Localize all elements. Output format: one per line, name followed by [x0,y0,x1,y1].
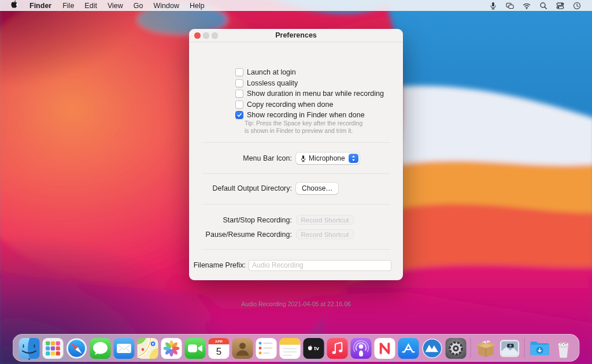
filename-example-text: Audio Recording 2021-04-05 at 22.16.06 [189,300,403,307]
svg-text:5: 5 [216,346,221,357]
shortcut-label: Start/Stop Recording: [189,216,292,224]
checkbox-row-1: Lossless quality [235,78,398,89]
menu-bar-left: FinderFileEditViewGoWindowHelp [0,0,210,11]
dock-icon-podcasts[interactable] [350,335,372,361]
dock-icon-music[interactable] [326,335,348,361]
svg-text:tv: tv [314,345,319,351]
zoom-button[interactable] [212,32,218,39]
checkbox-row-2: Show duration in menu bar while recordin… [235,88,398,99]
menu-bar-icon-row: Menu Bar Icon: Microphone [189,153,403,164]
microphone-icon[interactable] [489,1,498,10]
dock-icon-app-store[interactable] [397,335,419,361]
dock-icon-launchpad[interactable] [42,335,64,361]
dock-icon-mail[interactable] [113,335,135,361]
tip-text: Tip: Press the Space key after the recor… [245,120,362,135]
separator [202,173,390,174]
shortcut-label: Pause/Resume Recording: [189,231,292,239]
checkbox[interactable] [235,68,243,76]
checkbox-row-4: Show recording in Finder when done [235,110,398,121]
clock-icon[interactable] [572,1,582,10]
checkbox-label: Launch at login [247,68,296,76]
filename-prefix-input[interactable] [249,260,391,271]
shortcut-row-1: Pause/Resume Recording:Record Shortcut [189,229,403,239]
dock-icon-disk-image[interactable] [498,335,520,361]
output-directory-row: Default Output Directory: Choose… [189,183,403,194]
checkbox[interactable] [235,90,243,98]
filename-prefix-label: Filename Prefix: [189,261,246,269]
menu-bar-icon-label: Menu Bar Icon: [189,154,292,162]
filename-prefix-row: Filename Prefix: [189,259,403,271]
separator [202,249,390,250]
choose-directory-button[interactable]: Choose… [296,183,338,194]
output-directory-label: Default Output Directory: [189,184,292,192]
menu-item-finder[interactable]: Finder [24,0,57,11]
dock-icon-calendar[interactable]: APR5 [208,335,230,361]
dock-icon-photos[interactable] [160,335,182,361]
menu-item-help[interactable]: Help [184,0,210,11]
dock-icon-reminders[interactable] [255,335,277,361]
dock-icon-finder[interactable] [18,335,40,361]
checkbox-label: Show duration in menu bar while recordin… [247,90,384,98]
window-content: Launch at loginLossless qualityShow dura… [189,42,403,280]
checkbox-label: Show recording in Finder when done [247,111,365,119]
checkbox-row-0: Launch at login [235,67,398,78]
menu-bar-status-area [484,0,585,11]
checkbox-label: Lossless quality [247,79,298,87]
dock-icon-system-preferences[interactable] [445,335,467,361]
dock-icon-safari[interactable] [65,335,87,361]
microphone-icon [300,155,306,162]
dock-icon-facetime[interactable] [184,335,206,361]
record-shortcut-button[interactable]: Record Shortcut [296,229,354,239]
dock-icon-maps[interactable] [136,335,158,361]
menu-bar: FinderFileEditViewGoWindowHelp [0,0,592,11]
close-button[interactable] [194,32,201,39]
apple-menu[interactable] [0,0,24,11]
dock-icon-notes[interactable] [279,335,301,361]
popup-chevrons-icon [349,154,358,163]
separator [202,142,390,143]
checkbox-label: Copy recording when done [247,101,333,109]
menu-bar-icon-value: Microphone [309,154,345,162]
dock: APR5tv [13,334,580,362]
svg-text:APR: APR [215,339,223,343]
dock-icon-contacts[interactable] [231,335,253,361]
preferences-window: Preferences Launch at loginLossless qual… [189,29,403,280]
dock-icon-downloads-folder[interactable] [528,335,550,361]
screen-mirroring-icon[interactable] [505,1,515,10]
dock-divider [524,337,525,358]
menu-item-window[interactable]: Window [148,0,184,11]
dock-icon-unarchiver-box[interactable] [475,335,497,361]
checkbox[interactable] [235,101,243,109]
menu-item-go[interactable]: Go [128,0,149,11]
dock-divider [471,337,471,358]
spotlight-search-icon[interactable] [539,1,548,10]
dock-icon-trash-full[interactable] [552,335,574,361]
checkbox-group: Launch at loginLossless qualityShow dura… [235,67,398,121]
menu-item-file[interactable]: File [57,0,79,11]
record-shortcut-button[interactable]: Record Shortcut [296,215,354,225]
window-title: Preferences [189,29,403,42]
wifi-icon[interactable] [522,1,531,10]
shortcut-row-0: Start/Stop Recording:Record Shortcut [189,215,403,225]
apple-logo-icon [10,0,18,11]
checkbox-row-3: Copy recording when done [235,99,398,110]
dock-icon-mountain-app[interactable] [421,335,443,361]
separator [202,204,390,205]
menu-item-edit[interactable]: Edit [79,0,102,11]
dock-icon-apple-tv[interactable]: tv [302,335,324,361]
checkbox[interactable] [235,111,243,119]
window-titlebar[interactable]: Preferences [189,29,403,42]
checkbox[interactable] [235,79,243,87]
running-indicator [28,358,30,360]
menu-item-view[interactable]: View [102,0,128,11]
dock-icon-messages[interactable] [89,335,111,361]
menu-bar-icon-popup[interactable]: Microphone [296,153,360,164]
dock-icon-news[interactable] [373,335,395,361]
control-center-icon[interactable] [556,1,565,10]
minimize-button[interactable] [203,32,209,39]
